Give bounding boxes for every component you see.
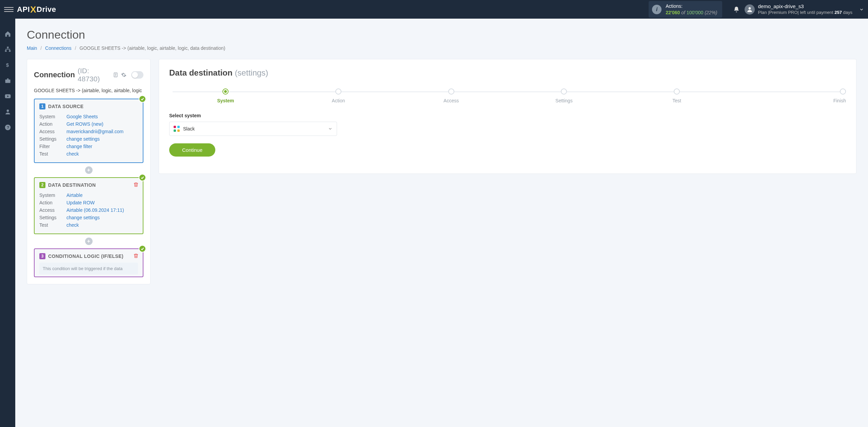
actions-used: 22'060 [666,10,680,15]
page-title: Connection [27,28,856,41]
menu-toggle[interactable] [4,5,14,14]
svg-rect-1 [7,47,8,48]
data-destination-block: 2 DATA DESTINATION SystemAirtable Action… [34,177,143,234]
connection-heading: Connection [34,70,75,79]
chevron-down-icon [328,126,333,131]
system-select[interactable]: Slack [169,122,337,136]
dest-settings-link[interactable]: change settings [66,215,100,220]
block-title: DATA SOURCE [48,104,83,109]
dest-action-link[interactable]: Update ROW [66,200,95,205]
logo-text-drive: Drive [37,5,56,14]
youtube-icon[interactable] [4,93,12,100]
source-test-link[interactable]: check [66,151,79,157]
block-number: 1 [39,103,45,109]
breadcrumb-current: GOOGLE SHEETS -> (airtable, logic, airta… [80,45,225,51]
actions-pct: (22%) [705,10,717,15]
step-access[interactable]: Access [395,88,508,103]
connection-id: (ID: 48730) [78,67,110,83]
logo-text-x: X [30,4,36,15]
svg-text:?: ? [7,125,9,129]
briefcase-icon[interactable] [4,77,12,84]
svg-rect-2 [5,50,6,52]
source-access-link[interactable]: maverickandrii@gmail.com [66,129,123,134]
actions-label: Actions: [666,3,717,9]
logo-text-api: API [17,5,30,14]
trash-icon[interactable] [133,182,139,187]
panel-title: Data destination (settings) [169,68,846,78]
document-icon[interactable] [113,72,118,78]
topbar: API X Drive i Actions: 22'060 of 100'000… [0,0,868,19]
dest-system-link[interactable]: Airtable [66,192,82,198]
help-icon[interactable]: ? [4,124,12,131]
conditional-block: 3 CONDITIONAL LOGIC (IF/ELSE) This condi… [34,248,143,277]
source-system-link[interactable]: Google Sheets [66,114,98,119]
dollar-icon[interactable]: $ [4,61,12,69]
gear-icon[interactable] [121,72,126,78]
bell-icon[interactable] [733,6,740,13]
actions-of: of [681,10,685,15]
actions-limit: 100'000 [687,10,703,15]
destination-settings-panel: Data destination (settings) System Actio… [159,59,856,174]
continue-button[interactable]: Continue [169,143,215,157]
avatar-icon[interactable] [745,4,755,15]
breadcrumb-connections[interactable]: Connections [45,45,72,51]
step-settings[interactable]: Settings [508,88,620,103]
user-plan: Plan |Premium PRO| left until payment 25… [758,10,853,16]
info-icon: i [652,5,662,14]
step-system[interactable]: System [169,88,282,103]
block-title: CONDITIONAL LOGIC (IF/ELSE) [48,253,123,259]
home-icon[interactable] [4,30,12,38]
logo[interactable]: API X Drive [17,4,56,15]
data-source-block: 1 DATA SOURCE SystemGoogle Sheets Action… [34,99,143,163]
enable-toggle[interactable] [131,71,143,79]
svg-text:$: $ [6,62,9,68]
check-icon [139,95,146,103]
breadcrumb: Main / Connections / GOOGLE SHEETS -> (a… [27,45,856,51]
check-icon [139,245,146,252]
block-title: DATA DESTINATION [48,182,96,188]
source-settings-link[interactable]: change settings [66,136,100,142]
svg-point-8 [6,109,9,112]
stepper: System Action Access Settings Test Finis… [169,88,846,103]
sidebar: $ ? [0,19,15,427]
source-filter-link[interactable]: change filter [66,144,92,149]
chevron-down-icon[interactable] [859,7,864,12]
breadcrumb-main[interactable]: Main [27,45,37,51]
svg-point-0 [748,7,751,9]
actions-box[interactable]: i Actions: 22'060 of 100'000 (22%) [649,1,722,17]
trash-icon[interactable] [133,253,139,259]
step-action[interactable]: Action [282,88,395,103]
block-number: 2 [39,182,45,188]
step-finish[interactable]: Finish [733,88,846,103]
dest-test-link[interactable]: check [66,222,79,228]
block-number: 3 [39,253,45,259]
main: Connection Main / Connections / GOOGLE S… [15,19,868,427]
svg-rect-5 [5,80,10,83]
check-icon [139,174,146,181]
user-block[interactable]: demo_apix-drive_s3 Plan |Premium PRO| le… [758,3,853,15]
add-step-button[interactable]: + [85,166,93,174]
add-step-button[interactable]: + [85,238,93,245]
sitemap-icon[interactable] [4,46,12,53]
source-action-link[interactable]: Get ROWS (new) [66,121,103,127]
condition-note: This condition will be triggered if the … [39,263,138,274]
user-icon[interactable] [4,108,12,116]
actions-text: Actions: 22'060 of 100'000 (22%) [666,3,717,15]
dest-access-link[interactable]: Airtable (06.09.2024 17:11) [66,207,124,213]
slack-icon [174,126,180,132]
svg-rect-3 [9,50,11,52]
select-value: Slack [183,126,195,131]
select-system-label: Select system [169,113,846,118]
step-test[interactable]: Test [620,88,733,103]
user-name: demo_apix-drive_s3 [758,3,853,10]
connection-panel: Connection (ID: 48730) GOOGLE SHEETS -> … [27,59,151,284]
connection-subtitle: GOOGLE SHEETS -> (airtable, logic, airta… [34,88,143,93]
